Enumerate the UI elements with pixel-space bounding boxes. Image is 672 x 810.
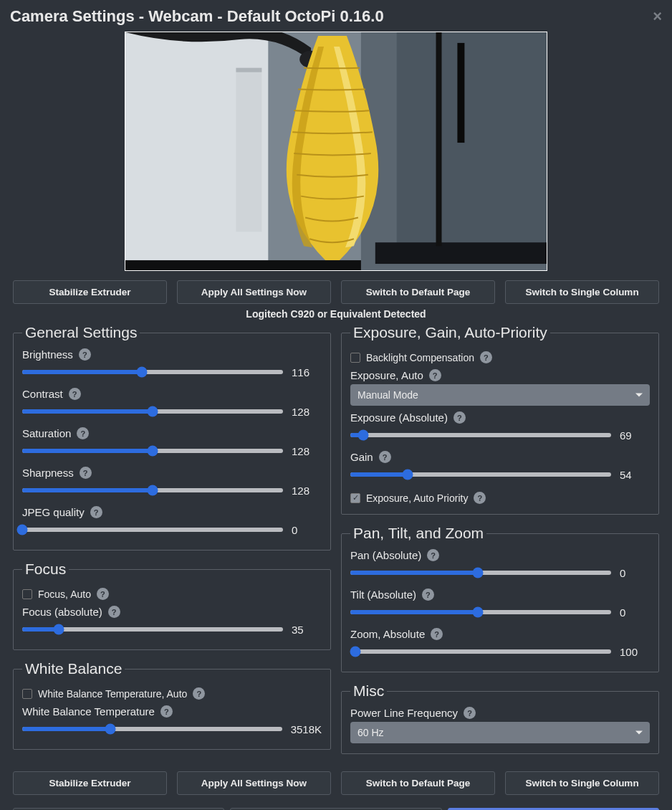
general-settings-group: General Settings Brightness ? 116 Contra…: [13, 324, 331, 551]
exposure-absolute-label: Exposure (Absolute): [350, 411, 448, 424]
slider-thumb[interactable]: [105, 724, 116, 735]
slider-thumb[interactable]: [473, 568, 484, 578]
help-icon[interactable]: ?: [69, 388, 81, 400]
exposure-auto-label: Exposure, Auto: [350, 369, 423, 381]
help-icon[interactable]: ?: [464, 707, 476, 719]
apply-all-button[interactable]: Apply All Settings Now: [177, 280, 331, 304]
slider-thumb[interactable]: [53, 624, 64, 635]
help-icon[interactable]: ?: [160, 705, 173, 718]
tilt-value: 0: [620, 606, 650, 619]
help-icon[interactable]: ?: [77, 427, 89, 439]
exposure-group: Exposure, Gain, Auto-Priority Backlight …: [341, 324, 659, 515]
slider-fill: [22, 370, 142, 374]
gain-value: 54: [620, 469, 650, 481]
slider-thumb[interactable]: [148, 485, 158, 496]
slider-thumb[interactable]: [148, 446, 158, 457]
slider-fill: [350, 610, 478, 614]
zoom-label: Zoom, Absolute: [350, 628, 425, 640]
plf-label: Power Line Frequency: [350, 707, 458, 719]
exposure-absolute-slider[interactable]: [350, 433, 611, 437]
slider-fill: [350, 571, 478, 575]
saturation-slider[interactable]: [22, 449, 283, 453]
help-icon[interactable]: ?: [422, 589, 434, 601]
help-icon[interactable]: ?: [429, 369, 441, 381]
ptz-group: Pan, Tilt, and Zoom Pan (Absolute) ? 0 T…: [341, 525, 659, 672]
pan-value: 0: [620, 567, 650, 579]
misc-group: Misc Power Line Frequency ? 60 Hz: [341, 682, 659, 754]
sharpness-slider[interactable]: [22, 488, 283, 492]
sharpness-value: 128: [292, 485, 322, 497]
jpeg-value: 0: [292, 524, 322, 536]
help-icon[interactable]: ?: [480, 351, 492, 363]
exposure-priority-checkbox[interactable]: ✓: [350, 493, 360, 503]
plf-select[interactable]: 60 Hz: [350, 722, 650, 743]
brightness-label: Brightness: [22, 348, 73, 361]
stabilize-extruder-button[interactable]: Stabilize Extruder: [13, 280, 167, 304]
focus-absolute-slider[interactable]: [22, 627, 283, 632]
pan-label: Pan (Absolute): [350, 549, 421, 561]
switch-single-button[interactable]: Switch to Single Column: [505, 280, 659, 304]
focus-absolute-value: 35: [292, 624, 322, 636]
slider-thumb[interactable]: [17, 525, 28, 535]
camera-preview: [125, 32, 547, 271]
help-icon[interactable]: ?: [80, 467, 92, 479]
slider-thumb[interactable]: [358, 430, 369, 441]
slider-thumb[interactable]: [350, 647, 361, 657]
sharpness-label: Sharpness: [22, 467, 74, 479]
apply-all-button-2[interactable]: Apply All Settings Now: [177, 771, 331, 795]
exposure-auto-select[interactable]: Manual Mode: [350, 384, 650, 406]
wb-temp-value: 3518K: [291, 723, 322, 735]
tilt-slider[interactable]: [350, 610, 611, 614]
jpeg-slider[interactable]: [22, 528, 283, 532]
contrast-slider[interactable]: [22, 409, 283, 414]
close-icon[interactable]: ×: [653, 7, 662, 26]
help-icon[interactable]: ?: [108, 606, 120, 618]
slider-thumb[interactable]: [403, 470, 413, 480]
slider-fill: [22, 727, 110, 731]
switch-default-button[interactable]: Switch to Default Page: [341, 280, 495, 304]
help-icon[interactable]: ?: [97, 588, 109, 600]
svg-rect-4: [397, 32, 547, 260]
help-icon[interactable]: ?: [431, 628, 443, 640]
brightness-slider[interactable]: [22, 370, 283, 374]
camera-detected-label: Logitech C920 or Equivalent Detected: [3, 307, 669, 324]
slider-thumb[interactable]: [473, 607, 484, 618]
focus-legend: Focus: [22, 561, 69, 578]
help-icon[interactable]: ?: [193, 687, 205, 700]
slider-fill: [22, 409, 153, 414]
wb-temp-slider[interactable]: [22, 727, 282, 731]
svg-rect-9: [236, 68, 261, 232]
focus-absolute-label: Focus (absolute): [22, 606, 102, 618]
backlight-label: Backlight Compensation: [366, 352, 474, 363]
zoom-slider[interactable]: [350, 649, 611, 654]
tilt-label: Tilt (Absolute): [350, 589, 416, 601]
help-icon[interactable]: ?: [79, 348, 91, 361]
slider-thumb[interactable]: [148, 406, 158, 417]
slider-fill: [22, 488, 153, 492]
slider-thumb[interactable]: [137, 367, 148, 378]
gain-slider[interactable]: [350, 472, 611, 477]
help-icon[interactable]: ?: [453, 411, 466, 424]
saturation-value: 128: [292, 445, 322, 457]
help-icon[interactable]: ?: [474, 492, 486, 504]
switch-single-button-2[interactable]: Switch to Single Column: [505, 771, 659, 795]
dialog-title: Camera Settings - Webcam - Default OctoP…: [10, 7, 384, 26]
help-icon[interactable]: ?: [379, 451, 391, 463]
wb-auto-checkbox[interactable]: [22, 689, 32, 699]
backlight-checkbox[interactable]: [350, 353, 360, 363]
help-icon[interactable]: ?: [90, 506, 102, 518]
contrast-value: 128: [292, 406, 322, 418]
exposure-legend: Exposure, Gain, Auto-Priority: [350, 324, 550, 341]
svg-rect-10: [236, 68, 261, 72]
contrast-label: Contrast: [22, 388, 63, 400]
focus-auto-label: Focus, Auto: [38, 589, 91, 600]
white-balance-legend: White Balance: [22, 660, 125, 677]
help-icon[interactable]: ?: [427, 549, 439, 561]
focus-auto-checkbox[interactable]: [22, 589, 32, 599]
exposure-absolute-value: 69: [620, 429, 650, 442]
stabilize-extruder-button-2[interactable]: Stabilize Extruder: [13, 771, 167, 795]
slider-fill: [350, 472, 408, 477]
pan-slider[interactable]: [350, 571, 611, 575]
switch-default-button-2[interactable]: Switch to Default Page: [341, 771, 495, 795]
ptz-legend: Pan, Tilt, and Zoom: [350, 525, 486, 542]
